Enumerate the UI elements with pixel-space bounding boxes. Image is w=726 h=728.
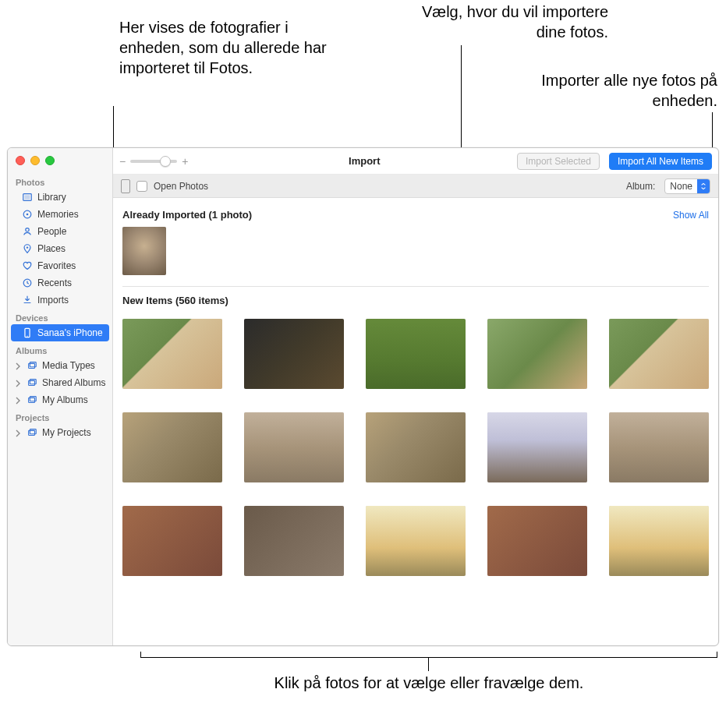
album-select-value: None xyxy=(665,181,697,192)
import-content: Already Imported (1 photo) Show All New … xyxy=(113,198,718,645)
sidebar-item-favorites[interactable]: Favorites xyxy=(11,257,109,274)
zoom-in-icon[interactable]: + xyxy=(182,155,188,168)
memories-icon xyxy=(22,209,33,220)
svg-point-8 xyxy=(27,336,27,337)
sidebar-item-my-projects[interactable]: My Projects xyxy=(11,424,109,441)
svg-point-5 xyxy=(27,246,28,248)
zoom-control: − + xyxy=(119,155,188,168)
sidebar-item-label: People xyxy=(37,226,66,237)
new-items-header: New Items (560 items) xyxy=(122,295,709,306)
sidebar-item-label: My Albums xyxy=(42,394,88,405)
sidebar-item-label: Memories xyxy=(37,209,79,220)
import-selected-button[interactable]: Import Selected xyxy=(517,153,600,170)
photo-thumb[interactable] xyxy=(487,412,587,482)
sidebar-item-memories[interactable]: Memories xyxy=(11,206,109,223)
sidebar-item-media-types[interactable]: Media Types xyxy=(11,357,109,374)
zoom-out-icon[interactable]: − xyxy=(119,155,126,168)
stack-icon xyxy=(27,377,37,388)
library-icon xyxy=(22,192,33,203)
open-photos-label: Open Photos xyxy=(154,181,208,192)
sidebar-section-photos: Photos xyxy=(8,173,112,189)
sidebar-item-recents[interactable]: Recents xyxy=(11,274,109,292)
already-imported-header: Already Imported (1 photo) Show All xyxy=(122,209,709,221)
close-window-button[interactable] xyxy=(16,156,25,165)
sidebar-item-label: Imports xyxy=(37,295,69,306)
album-select[interactable]: None xyxy=(664,178,710,194)
photo-thumb[interactable] xyxy=(122,506,222,576)
chevron-updown-icon xyxy=(697,179,710,193)
slider-knob[interactable] xyxy=(160,156,171,167)
zoom-window-button[interactable] xyxy=(45,156,55,165)
svg-rect-1 xyxy=(25,195,30,199)
toolbar-title: Import xyxy=(349,155,380,167)
photos-app-window: Photos Library Memories People Places xyxy=(7,147,719,646)
chevron-right-icon xyxy=(14,396,22,404)
callout-choose-destination: Vælg, hvor du vil importere dine fotos. xyxy=(390,2,608,42)
sidebar-item-places[interactable]: Places xyxy=(11,240,109,257)
sidebar-item-my-albums[interactable]: My Albums xyxy=(11,391,109,408)
places-icon xyxy=(22,243,33,254)
already-imported-label: Already Imported (1 photo) xyxy=(122,209,252,221)
callout-line xyxy=(712,112,713,150)
already-imported-thumb[interactable] xyxy=(122,227,166,275)
sidebar-item-imports[interactable]: Imports xyxy=(11,292,109,309)
sidebar-item-label: Places xyxy=(37,243,66,254)
chevron-right-icon xyxy=(14,429,22,436)
chevron-right-icon xyxy=(14,379,22,387)
photo-thumb[interactable] xyxy=(122,412,222,482)
sidebar-section-albums: Albums xyxy=(8,341,112,357)
photo-thumb[interactable] xyxy=(609,412,709,482)
photo-thumb[interactable] xyxy=(244,412,344,482)
sidebar-item-label: Library xyxy=(37,192,66,203)
photo-thumb[interactable] xyxy=(366,412,466,482)
callout-line xyxy=(428,657,429,671)
sidebar-item-library[interactable]: Library xyxy=(11,189,109,206)
stack-icon xyxy=(27,394,37,405)
import-infobar: Open Photos Album: None xyxy=(113,175,718,198)
people-icon xyxy=(22,226,33,237)
photo-thumb[interactable] xyxy=(609,319,709,389)
album-label: Album: xyxy=(626,181,655,192)
sidebar-item-label: Media Types xyxy=(42,360,95,371)
sidebar-item-people[interactable]: People xyxy=(11,223,109,240)
sidebar-item-shared-albums[interactable]: Shared Albums xyxy=(11,374,109,391)
svg-point-4 xyxy=(26,228,29,231)
heart-icon xyxy=(22,260,33,271)
photo-thumb[interactable] xyxy=(487,506,587,576)
photo-thumb[interactable] xyxy=(366,319,466,389)
photo-thumb[interactable] xyxy=(366,506,466,576)
sidebar-item-device[interactable]: Sanaa's iPhone xyxy=(11,324,109,341)
sidebar-item-label: Recents xyxy=(37,277,72,288)
window-controls xyxy=(8,153,112,173)
download-icon xyxy=(22,295,33,306)
chevron-right-icon xyxy=(14,362,22,369)
import-all-button[interactable]: Import All New Items xyxy=(609,153,712,170)
stack-icon xyxy=(27,427,37,438)
main-panel: − + Import Import Selected Import All Ne… xyxy=(113,148,718,645)
sidebar-item-label: Favorites xyxy=(37,260,76,271)
toolbar: − + Import Import Selected Import All Ne… xyxy=(113,148,718,175)
sidebar-section-projects: Projects xyxy=(8,408,112,424)
new-items-label: New Items (560 items) xyxy=(122,295,228,306)
device-icon xyxy=(121,179,130,193)
photo-thumb[interactable] xyxy=(487,319,587,389)
photo-thumb[interactable] xyxy=(609,506,709,576)
minimize-window-button[interactable] xyxy=(30,156,40,165)
clock-icon xyxy=(22,277,33,288)
open-photos-checkbox[interactable] xyxy=(136,181,147,192)
photo-thumb[interactable] xyxy=(244,506,344,576)
iphone-icon xyxy=(22,327,33,338)
photo-thumb[interactable] xyxy=(122,319,222,389)
callout-click-photos: Klik på fotos for at vælge eller fravælg… xyxy=(156,673,702,693)
svg-point-3 xyxy=(27,214,29,216)
sidebar-item-label: Shared Albums xyxy=(42,377,105,388)
new-items-grid xyxy=(122,319,709,576)
stack-icon xyxy=(27,360,37,371)
callout-already-imported: Her vises de fotografier i enheden, som … xyxy=(119,17,353,78)
show-all-link[interactable]: Show All xyxy=(673,210,709,221)
photo-thumb[interactable] xyxy=(244,319,344,389)
zoom-slider[interactable] xyxy=(130,160,177,163)
sidebar-section-devices: Devices xyxy=(8,309,112,324)
sidebar: Photos Library Memories People Places xyxy=(8,148,113,645)
sidebar-item-label: Sanaa's iPhone xyxy=(37,327,103,338)
